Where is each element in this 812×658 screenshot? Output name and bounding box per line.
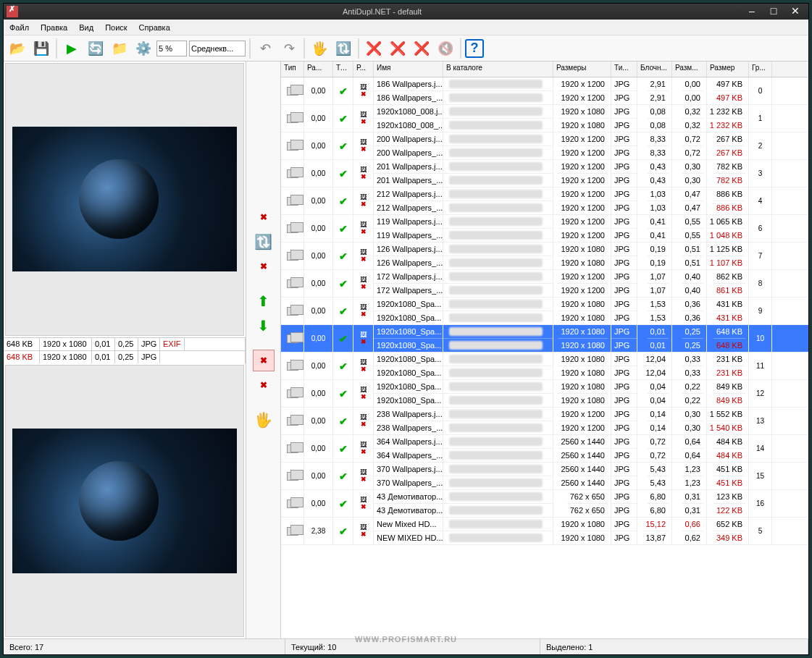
refresh-button[interactable]: 🔄 [85, 38, 106, 59]
open-folder-button[interactable]: 📁 [109, 38, 130, 59]
table-row[interactable]: 0,00✔🖼✖201 Wallpapers.j...201 Wallpapers… [281, 160, 808, 187]
delete-group-button[interactable]: ❌ [387, 38, 409, 59]
table-row[interactable]: 0,00✔🖼✖172 Wallpapers.j...172 Wallpapers… [281, 270, 808, 298]
table-row[interactable]: 0,00✔🖼✖370 Wallpapers.j...370 Wallpapers… [281, 463, 808, 490]
col-dim[interactable]: Размеры [553, 62, 611, 77]
pair-icon [287, 142, 298, 151]
info1-v1: 0,01 [92, 338, 115, 350]
table-row[interactable]: 0,00✔🖼✖1920x1080_Spa...1920x1080_Spa...1… [281, 353, 808, 380]
info2-v1: 0,01 [92, 351, 115, 363]
grid-body[interactable]: 0,00✔🖼✖186 Wallpapers.j...186 Wallpapers… [281, 77, 808, 638]
info-row-2: 648 KB 1920 x 1080 0,01 0,25 JPG [4, 350, 246, 363]
delete-pair-button[interactable]: ❌ [363, 38, 385, 59]
pic-icon: 🖼 [360, 194, 367, 201]
col-size[interactable]: Размер [707, 62, 749, 77]
x-icon: ✖ [361, 284, 367, 290]
status-selected: Выделено: 1 [540, 639, 808, 654]
menu-search[interactable]: Поиск [105, 23, 127, 32]
table-row[interactable]: 0,00✔🖼✖186 Wallpapers.j...186 Wallpapers… [281, 77, 808, 105]
open-button[interactable]: 📂 [7, 38, 28, 59]
table-row[interactable]: 0,00✔🖼✖1920x1080_Spa...1920x1080_Spa...1… [281, 325, 808, 353]
redo-button[interactable]: ↷ [278, 38, 300, 59]
table-row[interactable]: 0,00✔🖼✖1920x1080_Spa...1920x1080_Spa...1… [281, 380, 808, 408]
x-icon: ✖ [361, 119, 367, 125]
table-row[interactable]: 0,00✔🖼✖126 Wallpapers.j...126 Wallpapers… [281, 242, 808, 270]
delete-second-button[interactable]: ✖ [253, 256, 275, 277]
stop-button[interactable]: 🖐️ [309, 38, 330, 59]
algo-select[interactable] [189, 41, 246, 56]
menu-help[interactable]: Справка [139, 23, 170, 32]
col-dir[interactable]: В каталоге [443, 62, 553, 77]
pair-icon [287, 444, 298, 453]
pic-icon: 🖼 [360, 277, 367, 283]
info-row-1: 648 KB 1920 x 1080 0,01 0,25 JPG EXIF [4, 337, 246, 350]
col-razm[interactable]: Разм... [672, 62, 707, 77]
swap-button[interactable]: 🔃 [253, 231, 275, 253]
pair-icon [287, 279, 298, 288]
table-row[interactable]: 0,00✔🖼✖1920x1080_008.j...1920x1080_008_.… [281, 105, 808, 132]
x-icon: ✖ [361, 421, 367, 428]
menu-view[interactable]: Вид [79, 23, 93, 32]
pic-icon: 🖼 [360, 332, 367, 338]
col-r[interactable]: Р... [353, 62, 374, 77]
help-button[interactable]: ? [465, 39, 484, 58]
check-icon: ✔ [339, 140, 348, 152]
menu-file[interactable]: Файл [9, 23, 29, 32]
info2-dim: 1920 x 1080 [40, 351, 92, 363]
app-window: AntiDupl.NET - default – □ ✕ Файл Правка… [3, 3, 809, 655]
check-icon: ✔ [339, 416, 348, 427]
info1-fmt: JPG [138, 338, 160, 350]
titlebar: AntiDupl.NET - default – □ ✕ [4, 4, 808, 20]
pair-icon [287, 527, 298, 536]
down-button[interactable]: ⬇ [253, 315, 275, 337]
hand-stop-button[interactable]: 🖐️ [253, 409, 275, 431]
table-row[interactable]: 0,00✔🖼✖119 Wallpapers.j...119 Wallpapers… [281, 215, 808, 242]
table-row[interactable]: 0,00✔🖼✖43 Демотиватор...43 Демотиватор..… [281, 490, 808, 518]
col-name[interactable]: Имя [374, 62, 443, 77]
preview-image-1 [12, 127, 237, 271]
col-ti[interactable]: Ти... [611, 62, 637, 77]
col-block[interactable]: Блочн... [637, 62, 672, 77]
rotate-button[interactable]: 🔃 [332, 38, 354, 59]
table-row[interactable]: 0,00✔🖼✖200 Wallpapers.j...200 Wallpapers… [281, 132, 808, 160]
table-row[interactable]: 2,38✔🖼✖New Mixed HD...NEW MIXED HD...192… [281, 518, 808, 545]
mid-toolbar: ✖ 🔃 ✖ ⬆ ⬇ ✖ ✖ 🖐️ [246, 62, 281, 638]
pic-icon: 🖼 [360, 524, 367, 531]
col-gr[interactable]: Гр... [749, 62, 772, 77]
table-row[interactable]: 0,00✔🖼✖212 Wallpapers.j...212 Wallpapers… [281, 187, 808, 215]
col-ra[interactable]: Ра... [304, 62, 333, 77]
table-row[interactable]: 0,00✔🖼✖1920x1080_Spa...1920x1080_Spa...1… [281, 298, 808, 325]
save-button[interactable]: 💾 [30, 38, 52, 59]
toolbar: 📂 💾 ▶ 🔄 📁 ⚙️ ↶ ↷ 🖐️ 🔃 ❌ ❌ ❌ 🔇 ? [4, 35, 808, 62]
play-button[interactable]: ▶ [61, 38, 83, 59]
mute-button[interactable]: 🔇 [435, 38, 456, 59]
zoom-select[interactable] [156, 41, 187, 56]
settings-button[interactable]: ⚙️ [133, 38, 154, 59]
minimize-button[interactable]: – [742, 5, 762, 18]
check-icon: ✔ [339, 113, 348, 125]
delete-all-button[interactable]: ❌ [411, 38, 432, 59]
pair-icon [287, 307, 298, 316]
x-icon: ✖ [361, 146, 367, 153]
table-row[interactable]: 0,00✔🖼✖238 Wallpapers.j...238 Wallpapers… [281, 408, 808, 435]
delete-swap-button[interactable]: ✖ [253, 374, 275, 396]
main-area: 648 KB 1920 x 1080 0,01 0,25 JPG EXIF 64… [4, 62, 808, 638]
close-button[interactable]: ✕ [785, 5, 805, 18]
table-row[interactable]: 0,00✔🖼✖364 Wallpapers.j...364 Wallpapers… [281, 435, 808, 463]
pair-icon [287, 389, 298, 398]
status-total: Всего: 17 [4, 639, 285, 654]
pair-icon [287, 224, 298, 233]
delete-both-button[interactable]: ✖ [253, 350, 275, 371]
up-button[interactable]: ⬆ [253, 290, 275, 312]
pic-icon: 🖼 [360, 359, 367, 366]
menu-edit[interactable]: Правка [41, 23, 67, 32]
results-pane: Тип Ра... Тр... Р... Имя В каталоге Разм… [281, 62, 808, 638]
col-tr[interactable]: Тр... [333, 62, 353, 77]
maximize-button[interactable]: □ [763, 5, 784, 18]
pic-icon: 🖼 [360, 442, 367, 448]
undo-button[interactable]: ↶ [254, 38, 276, 59]
pic-icon: 🖼 [360, 497, 367, 503]
x-icon: ✖ [361, 91, 367, 98]
col-type[interactable]: Тип [281, 62, 304, 77]
delete-first-button[interactable]: ✖ [253, 206, 275, 228]
